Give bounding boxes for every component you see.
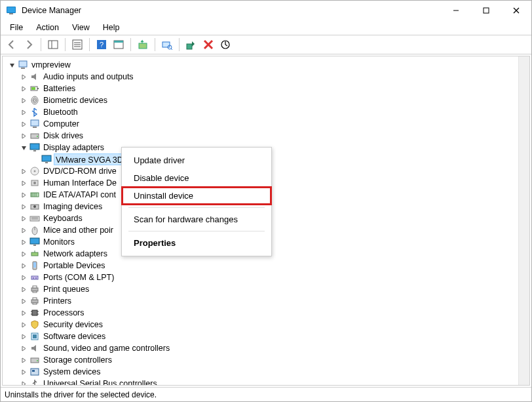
collapse-icon[interactable] bbox=[7, 62, 17, 68]
tree-category[interactable]: Storage controllers bbox=[18, 354, 528, 366]
expand-icon[interactable] bbox=[18, 381, 29, 386]
context-menu-item[interactable]: Scan for hardware changes bbox=[122, 211, 271, 228]
show-hide-console-tree-button[interactable] bbox=[45, 37, 61, 52]
expand-icon[interactable] bbox=[18, 133, 29, 139]
expand-icon[interactable] bbox=[18, 334, 29, 340]
tree-category[interactable]: Imaging devices bbox=[18, 201, 528, 212]
expand-icon[interactable] bbox=[18, 369, 29, 375]
battery-icon bbox=[29, 83, 41, 94]
svg-rect-4 bbox=[484, 8, 489, 13]
tree-category[interactable]: Batteries bbox=[18, 83, 528, 94]
expand-icon[interactable] bbox=[18, 298, 29, 304]
menubar: File Action View Help bbox=[1, 20, 531, 35]
action-toolbar-button[interactable] bbox=[111, 37, 126, 52]
context-menu-item[interactable]: Uninstall device bbox=[122, 187, 271, 205]
tree-category[interactable]: Disk drives bbox=[18, 130, 528, 142]
display-icon bbox=[41, 153, 52, 165]
help-button[interactable]: ? bbox=[94, 37, 109, 52]
expand-icon[interactable] bbox=[18, 346, 29, 352]
expand-icon[interactable] bbox=[18, 110, 29, 115]
scan-hardware-button[interactable] bbox=[159, 37, 175, 52]
tree-category[interactable]: Universal Serial Bus controllers bbox=[18, 378, 528, 385]
toolbar-separator bbox=[89, 38, 90, 51]
tree-root[interactable]: vmpreview bbox=[7, 59, 528, 71]
expand-icon[interactable] bbox=[18, 121, 29, 127]
portable-icon bbox=[29, 260, 41, 271]
expand-icon[interactable] bbox=[18, 74, 29, 80]
tree-category-label: Storage controllers bbox=[42, 354, 113, 366]
vertical-scrollbar[interactable] bbox=[518, 56, 529, 385]
context-menu-item[interactable]: Properties bbox=[122, 234, 271, 252]
disk-icon bbox=[29, 130, 41, 142]
context-menu-item[interactable]: Update driver bbox=[122, 151, 271, 169]
tree-category[interactable]: Printers bbox=[18, 295, 528, 307]
tree-category[interactable]: System devices bbox=[18, 366, 528, 378]
statusbar-text: Uninstalls the driver for the selected d… bbox=[5, 390, 157, 399]
bluetooth-icon bbox=[29, 106, 41, 118]
expand-icon[interactable] bbox=[18, 228, 29, 233]
expand-icon[interactable] bbox=[18, 145, 29, 151]
tree-category[interactable]: Sound, video and game controllers bbox=[18, 342, 528, 354]
menu-view[interactable]: View bbox=[66, 22, 96, 33]
svg-text:?: ? bbox=[100, 41, 104, 49]
disable-device-button[interactable] bbox=[218, 37, 233, 52]
tree-category[interactable]: Keyboards bbox=[18, 212, 528, 224]
close-button[interactable] bbox=[501, 1, 531, 20]
enable-device-button[interactable] bbox=[183, 37, 199, 52]
expand-icon[interactable] bbox=[18, 192, 29, 198]
tree-category[interactable]: Processors bbox=[18, 307, 528, 319]
expand-icon[interactable] bbox=[18, 86, 29, 92]
tree-device[interactable]: VMware SVGA 3D bbox=[30, 153, 528, 165]
tree-category[interactable]: Biometric devices bbox=[18, 94, 528, 106]
network-icon bbox=[29, 248, 41, 260]
menu-file[interactable]: File bbox=[3, 22, 29, 33]
expand-icon[interactable] bbox=[18, 169, 29, 174]
svg-rect-77 bbox=[33, 334, 37, 338]
menu-action[interactable]: Action bbox=[29, 22, 66, 33]
maximize-button[interactable] bbox=[471, 1, 501, 20]
svg-rect-69 bbox=[33, 298, 37, 300]
update-driver-button[interactable] bbox=[135, 37, 151, 52]
expand-icon[interactable] bbox=[18, 204, 29, 210]
expand-icon[interactable] bbox=[18, 239, 29, 245]
menu-help[interactable]: Help bbox=[96, 22, 126, 33]
device-manager-window: Device Manager File Action View Help ? v… bbox=[0, 0, 532, 402]
uninstall-device-button[interactable] bbox=[200, 37, 216, 52]
expand-icon[interactable] bbox=[18, 263, 29, 269]
expand-icon[interactable] bbox=[18, 216, 29, 222]
expand-icon[interactable] bbox=[18, 322, 29, 328]
tree-category-label: Processors bbox=[42, 307, 86, 319]
tree-category[interactable]: Print queues bbox=[18, 283, 528, 295]
ports-icon bbox=[29, 271, 41, 283]
tree-category[interactable]: Portable Devices bbox=[18, 260, 528, 271]
expand-icon[interactable] bbox=[18, 251, 29, 257]
window-title: Device Manager bbox=[22, 6, 441, 15]
tree-category[interactable]: DVD/CD-ROM drive bbox=[18, 165, 528, 177]
tree-category[interactable]: IDE ATA/ATAPI cont bbox=[18, 189, 528, 201]
tree-category[interactable]: Security devices bbox=[18, 319, 528, 331]
tree-category[interactable]: Computer bbox=[18, 118, 528, 130]
back-button[interactable] bbox=[4, 37, 20, 52]
expand-icon[interactable] bbox=[18, 357, 29, 363]
expand-icon[interactable] bbox=[18, 180, 29, 186]
tree-category-label: Universal Serial Bus controllers bbox=[42, 378, 159, 385]
tree-category[interactable]: Ports (COM & LPT) bbox=[18, 271, 528, 283]
context-menu-item[interactable]: Disable device bbox=[122, 169, 271, 187]
forward-button[interactable] bbox=[21, 37, 37, 52]
tree-category[interactable]: Human Interface De bbox=[18, 177, 528, 189]
tree-category[interactable]: Mice and other poir bbox=[18, 224, 528, 236]
tree-category[interactable]: Audio inputs and outputs bbox=[18, 71, 528, 83]
svg-point-50 bbox=[33, 205, 36, 208]
tree-category[interactable]: Software devices bbox=[18, 331, 528, 342]
tree-category[interactable]: Display adapters bbox=[18, 142, 528, 153]
properties-button[interactable] bbox=[69, 37, 85, 52]
expand-icon[interactable] bbox=[18, 287, 29, 292]
expand-icon[interactable] bbox=[18, 275, 29, 281]
tree-category[interactable]: Monitors bbox=[18, 236, 528, 248]
minimize-button[interactable] bbox=[441, 1, 471, 20]
tree-category[interactable]: Bluetooth bbox=[18, 106, 528, 118]
expand-icon[interactable] bbox=[18, 98, 29, 104]
tree-category-label: Audio inputs and outputs bbox=[42, 71, 135, 83]
tree-category[interactable]: Network adapters bbox=[18, 248, 528, 260]
expand-icon[interactable] bbox=[18, 310, 29, 316]
